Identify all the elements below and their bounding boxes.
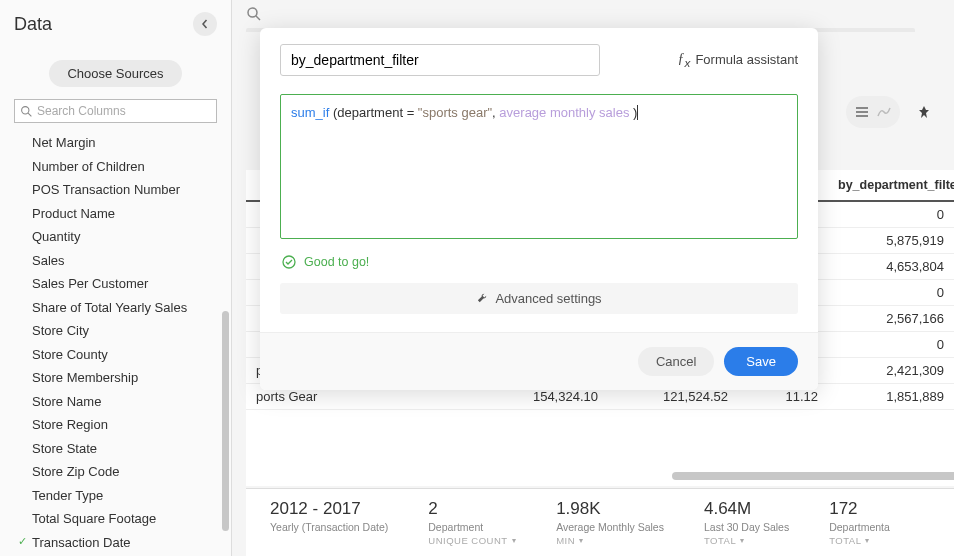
column-item[interactable]: Store Zip Code <box>0 460 231 484</box>
stat-label: Last 30 Day Sales <box>704 521 789 533</box>
summary-bar: 2012 - 2017Yearly (Transaction Date)2Dep… <box>246 488 954 556</box>
stat-label: Average Monthly Sales <box>556 521 664 533</box>
svg-line-1 <box>28 113 31 116</box>
pin-button[interactable] <box>908 96 940 128</box>
column-item[interactable]: Store Region <box>0 413 231 437</box>
column-item[interactable]: Number of Children <box>0 155 231 179</box>
column-item[interactable]: Total Square Footage <box>0 507 231 531</box>
stat-label: Department <box>428 521 516 533</box>
cell-filter-value: 5,875,919 <box>828 228 954 253</box>
column-item[interactable]: Store State <box>0 437 231 461</box>
column-item[interactable]: Quantity <box>0 225 231 249</box>
formula-assistant-button[interactable]: ƒx Formula assistant <box>678 51 798 69</box>
search-columns-input[interactable] <box>14 99 217 123</box>
summary-stat[interactable]: 1.98KAverage Monthly SalesMIN <box>556 499 664 546</box>
column-item[interactable]: Tender Type <box>0 484 231 508</box>
svg-point-0 <box>22 107 29 114</box>
stat-aggregate[interactable]: TOTAL <box>829 535 890 546</box>
scrollbar-thumb[interactable] <box>672 472 954 480</box>
column-item[interactable]: Store Name <box>0 390 231 414</box>
svg-rect-6 <box>856 115 868 117</box>
advanced-settings-label: Advanced settings <box>495 291 601 306</box>
cell-filter-value: 1,851,889 <box>828 384 954 409</box>
table-view-icon <box>854 104 870 120</box>
sidebar-title: Data <box>14 14 52 35</box>
stat-value: 2012 - 2017 <box>270 499 388 519</box>
stat-label: Departmenta <box>829 521 890 533</box>
svg-point-2 <box>248 8 257 17</box>
formula-assistant-label: Formula assistant <box>695 52 798 67</box>
advanced-settings-button[interactable]: Advanced settings <box>280 283 798 314</box>
stat-aggregate[interactable]: MIN <box>556 535 664 546</box>
column-header-filter[interactable]: by_department_filter <box>828 170 954 200</box>
collapse-sidebar-button[interactable] <box>193 12 217 36</box>
pin-icon <box>917 105 931 119</box>
view-toolbar <box>846 96 940 128</box>
scrollbar-thumb[interactable] <box>222 311 229 531</box>
cell-filter-value: 0 <box>828 202 954 227</box>
chevron-left-icon <box>200 19 210 29</box>
cancel-button[interactable]: Cancel <box>638 347 714 376</box>
save-button[interactable]: Save <box>724 347 798 376</box>
formula-name-input[interactable] <box>280 44 600 76</box>
formula-status: Good to go! <box>260 247 818 283</box>
summary-stat[interactable]: 4.64MLast 30 Day SalesTOTAL <box>704 499 789 546</box>
summary-stat[interactable]: 2012 - 2017Yearly (Transaction Date) <box>270 499 388 546</box>
summary-stat[interactable]: 2DepartmentUNIQUE COUNT <box>428 499 516 546</box>
horizontal-scrollbar[interactable] <box>482 472 944 480</box>
column-item[interactable]: Product Name <box>0 202 231 226</box>
column-item[interactable]: POS Transaction Number <box>0 178 231 202</box>
stat-aggregate[interactable]: UNIQUE COUNT <box>428 535 516 546</box>
svg-rect-5 <box>856 111 868 113</box>
stat-value: 1.98K <box>556 499 664 519</box>
svg-line-3 <box>256 16 260 20</box>
stat-value: 172 <box>829 499 890 519</box>
search-icon <box>20 105 33 118</box>
column-item[interactable]: Store City <box>0 319 231 343</box>
view-switcher[interactable] <box>846 96 900 128</box>
stat-value: 4.64M <box>704 499 789 519</box>
formula-editor-modal: ƒx Formula assistant sum_if (department … <box>260 28 818 390</box>
column-item[interactable]: Store Membership <box>0 366 231 390</box>
cell-filter-value: 0 <box>828 332 954 357</box>
fx-icon: ƒx <box>678 51 691 69</box>
sidebar: Data Choose Sources Net MarginNumber of … <box>0 0 232 556</box>
column-item[interactable]: Transaction Date <box>0 531 231 555</box>
formula-editor[interactable]: sum_if (department = "sports gear", aver… <box>280 94 798 239</box>
column-item[interactable]: Sales <box>0 249 231 273</box>
column-item[interactable]: Net Margin <box>0 131 231 155</box>
chart-view-icon <box>876 104 892 120</box>
wrench-icon <box>476 292 489 305</box>
svg-rect-4 <box>856 107 868 109</box>
check-circle-icon <box>282 255 296 269</box>
svg-point-7 <box>283 256 295 268</box>
stat-value: 2 <box>428 499 516 519</box>
column-item[interactable]: Share of Total Yearly Sales <box>0 296 231 320</box>
column-list: Net MarginNumber of ChildrenPOS Transact… <box>0 131 231 556</box>
choose-sources-button[interactable]: Choose Sources <box>49 60 181 87</box>
summary-stat[interactable]: 172DepartmentaTOTAL <box>829 499 890 546</box>
cell-filter-value: 2,567,166 <box>828 306 954 331</box>
stat-aggregate[interactable]: TOTAL <box>704 535 789 546</box>
cell-filter-value: 2,421,309 <box>828 358 954 383</box>
cell-filter-value: 4,653,804 <box>828 254 954 279</box>
search-icon <box>246 6 262 22</box>
stat-label: Yearly (Transaction Date) <box>270 521 388 533</box>
column-item[interactable]: Store County <box>0 343 231 367</box>
status-text: Good to go! <box>304 255 369 269</box>
cell-filter-value: 0 <box>828 280 954 305</box>
column-item[interactable]: Sales Per Customer <box>0 272 231 296</box>
